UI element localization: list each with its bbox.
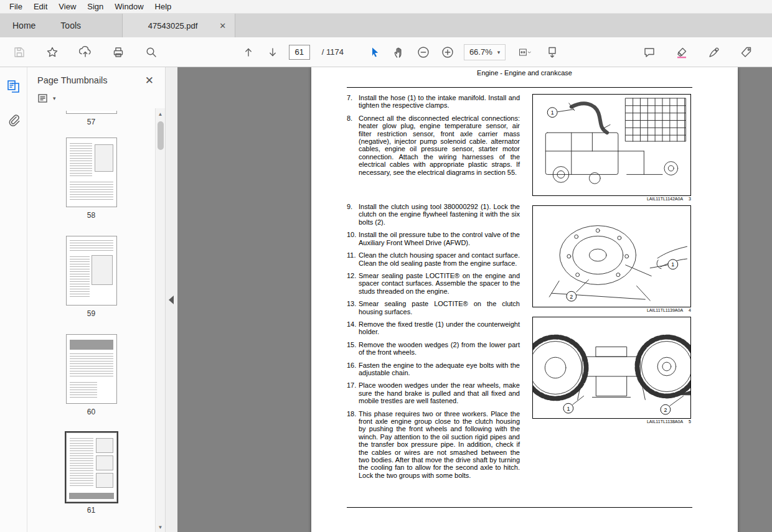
attachments-panel-button[interactable] <box>4 111 23 129</box>
front-axle-wheels-illustration: 1 2 <box>533 317 690 418</box>
page-thumbnails-panel-button[interactable] <box>4 77 23 96</box>
menu-file[interactable]: File <box>4 0 28 13</box>
figure-5-caption: LAIL11TL1138A0A 5 <box>532 419 692 424</box>
zoom-in-icon <box>441 46 454 58</box>
thumbnails-list: 57 58 <box>27 108 165 532</box>
save-icon <box>13 46 26 58</box>
collapse-panel-icon[interactable] <box>169 296 174 304</box>
thumbnail-page-61[interactable]: 61 <box>66 432 117 515</box>
next-page-icon <box>266 46 279 58</box>
zoom-out-button[interactable] <box>415 44 431 60</box>
zoom-in-button[interactable] <box>440 44 456 60</box>
menu-help[interactable]: Help <box>149 0 177 13</box>
pdf-page: Engine - Engine and crankcase 7.Install … <box>311 67 738 532</box>
step-8: 8.Connect all the disconnected electrica… <box>347 114 520 176</box>
star-icon <box>46 46 59 58</box>
callout-1: 1 <box>551 110 554 116</box>
navigation-pane-buttons <box>0 67 27 532</box>
close-panel-icon[interactable]: ✕ <box>141 73 158 88</box>
scrolling-mode-button[interactable] <box>544 44 560 60</box>
engine-intake-hose-illustration: 1 <box>533 95 690 195</box>
thumbnail-preview <box>66 111 117 114</box>
thumbnails-options-button[interactable]: ▾ <box>27 93 165 108</box>
export-tools-button[interactable] <box>738 44 755 60</box>
content-area: Page Thumbnails ✕ ▾ 57 <box>0 67 772 532</box>
select-tool-button[interactable] <box>367 44 383 60</box>
scrollbar-thumb[interactable] <box>158 121 164 150</box>
thumbnail-label: 58 <box>87 211 95 220</box>
close-tab-icon[interactable]: ✕ <box>217 20 228 32</box>
share-icon <box>79 46 92 58</box>
callout-2: 2 <box>664 407 667 413</box>
tab-document[interactable]: 47543025.pdf ✕ <box>122 14 235 37</box>
zoom-level-dropdown[interactable]: 66.7% ▾ <box>464 44 506 60</box>
toolbar-right-group <box>641 44 765 60</box>
page-total-label: / 1174 <box>322 47 344 57</box>
figure-4-caption: LAIL11TL1139A0A 4 <box>532 307 692 312</box>
footer-rule <box>347 507 692 508</box>
share-button[interactable] <box>77 44 93 60</box>
comment-button[interactable] <box>641 44 657 60</box>
next-page-button[interactable] <box>265 44 281 60</box>
instructions-column: 7.Install the hose (1) to the intake man… <box>347 94 520 484</box>
scrolling-mode-icon <box>546 46 558 58</box>
paperclip-icon <box>7 113 21 127</box>
header-rule <box>347 87 692 88</box>
print-button[interactable] <box>110 44 126 60</box>
star-button[interactable] <box>44 44 60 60</box>
figure-4-frame: 1 2 <box>532 205 691 307</box>
page-number-input[interactable] <box>289 45 310 60</box>
scroll-down-icon[interactable]: ▼ <box>158 521 163 532</box>
menu-window[interactable]: Window <box>109 0 149 13</box>
toolbar-left-group <box>7 44 159 60</box>
hand-tool-button[interactable] <box>391 44 407 60</box>
chevron-down-icon: ▾ <box>497 49 501 55</box>
thumbnail-page-58[interactable]: 58 <box>66 138 117 220</box>
thumbnails-scrollbar[interactable]: ▲ ▼ <box>155 108 165 532</box>
document-area[interactable]: Engine - Engine and crankcase 7.Install … <box>177 67 772 532</box>
menu-view[interactable]: View <box>53 0 82 13</box>
tab-home[interactable]: Home <box>0 14 48 37</box>
acrobat-window: File Edit View Sign Window Help Home Too… <box>0 0 772 532</box>
print-icon <box>112 46 125 58</box>
figure-3-caption: LAIL11TL1142A0A 3 <box>532 196 692 201</box>
select-tool-icon <box>369 46 381 58</box>
callout-1: 1 <box>567 406 570 412</box>
previous-page-icon <box>242 46 255 58</box>
previous-page-button[interactable] <box>240 44 257 60</box>
thumbnail-page-57[interactable]: 57 <box>66 111 117 126</box>
highlight-icon <box>676 46 688 58</box>
thumbnail-preview <box>66 432 117 502</box>
main-toolbar: / 1174 66.7% ▾ <box>0 37 772 67</box>
thumbnail-page-59[interactable]: 59 <box>66 236 117 318</box>
tab-bar: Home Tools 47543025.pdf ✕ <box>0 14 772 37</box>
save-button[interactable] <box>11 44 27 60</box>
step-12: 12.Smear sealing paste LOCTITE® on the e… <box>347 272 520 295</box>
hand-tool-icon <box>393 46 405 58</box>
figure-4: 1 2 LAIL11TL1139A0A 4 <box>532 205 692 312</box>
fill-sign-button[interactable] <box>706 44 722 60</box>
search-icon <box>145 46 158 58</box>
export-tag-icon <box>740 46 753 58</box>
menu-sign[interactable]: Sign <box>82 0 109 13</box>
menu-edit[interactable]: Edit <box>28 0 53 13</box>
thumbnail-label: 61 <box>87 506 95 515</box>
search-button[interactable] <box>143 44 159 60</box>
step-7: 7.Install the hose (1) to the intake man… <box>347 94 520 110</box>
thumbnail-page-60[interactable]: 60 <box>66 334 117 416</box>
thumbnails-panel-header: Page Thumbnails ✕ <box>27 67 165 93</box>
toolbar-center-group: / 1174 66.7% ▾ <box>240 44 561 60</box>
tab-tools[interactable]: Tools <box>48 14 93 37</box>
zoom-out-icon <box>417 46 430 58</box>
highlight-button[interactable] <box>674 44 690 60</box>
page-fit-dropdown[interactable] <box>514 44 536 60</box>
thumbnail-label: 60 <box>87 408 95 416</box>
thumbnails-panel: Page Thumbnails ✕ ▾ 57 <box>27 67 165 532</box>
thumbnail-preview <box>66 236 117 306</box>
callout-1: 1 <box>671 261 674 268</box>
menu-bar: File Edit View Sign Window Help <box>0 0 772 14</box>
document-tab-title: 47543025.pdf <box>129 21 217 30</box>
scroll-up-icon[interactable]: ▲ <box>158 108 163 119</box>
options-menu-icon <box>37 93 50 103</box>
figure-5: 1 2 LAIL11TL1138A0A 5 <box>532 317 692 424</box>
